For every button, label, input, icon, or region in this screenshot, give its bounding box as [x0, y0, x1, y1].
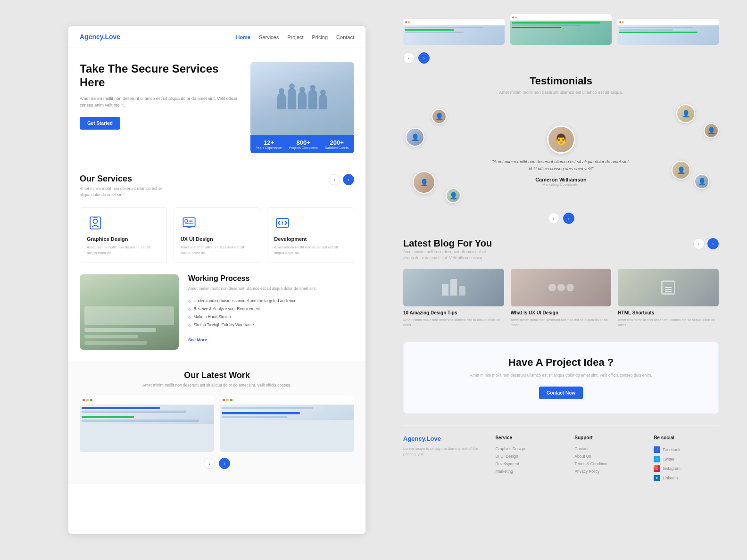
nav-link-contact[interactable]: Contact: [336, 34, 354, 40]
pagination: ‹ ›: [80, 452, 354, 475]
blog-card-2-desc: Amet minim mollit non deserunt ullamco e…: [511, 317, 612, 328]
blog-card-1: 10 Amazing Design Tips Amet minim mollit…: [403, 269, 504, 328]
hero-image-area: 12+ Years Experience 800+ Projects Compl…: [250, 62, 354, 153]
twitter-icon: t: [654, 456, 660, 462]
blog-card-1-title: 10 Amazing Design Tips: [403, 310, 504, 315]
footer-brand-description: Lorem ipsum is simply the dummy text of …: [403, 446, 481, 458]
footer-social-column: Be social f Facebook t Twitter ◎ Instagr…: [654, 435, 719, 483]
blog-section: Latest Blog For You Amet minim mollit no…: [403, 238, 719, 328]
footer-service-title: Service: [495, 435, 560, 440]
stats-bar: 12+ Years Experience 800+ Projects Compl…: [250, 135, 354, 153]
service-development-name: Development: [274, 236, 347, 242]
hero-image-inner: [250, 62, 354, 135]
float-avatar-3: 👤: [413, 171, 435, 194]
hero-left: Take The Secure Services Here Amet minim…: [80, 62, 241, 153]
nav-link-project[interactable]: Project: [287, 34, 303, 40]
footer-social-instagram[interactable]: ◎ Instagram: [654, 464, 719, 473]
linkedin-icon: in: [654, 475, 660, 481]
work-card-1: [80, 395, 214, 452]
work-card-1-body: [80, 405, 214, 424]
blog-card-3-title: HTML Shortcuts: [618, 310, 719, 315]
working-step-1: Understanding business model and the tar…: [188, 297, 354, 305]
stat-projects: 800+ Projects Completed: [289, 139, 318, 149]
portfolio-carousel: [403, 14, 719, 45]
hero-cta-button[interactable]: Get Started: [80, 117, 120, 130]
nav-link-home[interactable]: Home: [236, 34, 250, 40]
see-more-link[interactable]: See More →: [188, 338, 213, 342]
cta-button[interactable]: Contact Now: [539, 387, 583, 399]
port-card-1-inner: [403, 19, 505, 45]
stat-experience-number: 12+: [256, 139, 282, 146]
services-next-button[interactable]: ›: [343, 174, 354, 185]
work-line: [82, 407, 160, 409]
navbar: Agency.Love Home Services Project Pricin…: [68, 26, 365, 48]
float-avatar-4: 👤: [446, 188, 461, 203]
blog-image-1: [403, 269, 504, 306]
graphics-design-icon: [87, 214, 104, 231]
testimonials-title: Testimonials: [403, 75, 719, 87]
footer-link-contact[interactable]: Contact: [574, 445, 639, 453]
work-prev-button[interactable]: ‹: [204, 458, 215, 469]
blog-image-3: [618, 269, 719, 306]
stat-clients: 200+ Satisfied Clients: [325, 139, 349, 149]
latest-work-section: Our Latest Work Amet minim mollit non de…: [68, 361, 365, 485]
cta-section: Have A Project Idea ? Amet minim mollit …: [403, 342, 719, 414]
footer-link-privacy[interactable]: Privacy Policy: [574, 468, 639, 475]
nav-link-services[interactable]: Services: [259, 34, 279, 40]
testimonial-next-button[interactable]: ›: [563, 213, 574, 224]
work-next-button[interactable]: ›: [219, 458, 230, 469]
testimonials-description: Amet minim mollit non deserunt ullamco e…: [403, 90, 719, 95]
footer-link-uxui[interactable]: UI UI Design: [495, 453, 560, 460]
stat-projects-label: Projects Completed: [289, 146, 318, 149]
services-prev-button[interactable]: ‹: [329, 174, 340, 185]
services-header: Our Services Amet minim mollit non deser…: [80, 174, 354, 198]
work-grid: [80, 395, 354, 452]
blog-grid: 10 Amazing Design Tips Amet minim mollit…: [403, 269, 719, 328]
service-uxui-name: UX UI Design: [181, 236, 254, 242]
work-line: [82, 420, 199, 422]
footer-brand: Agency.Love Lorem ipsum is simply the du…: [403, 435, 481, 483]
footer-link-graphics[interactable]: Graphics Design: [495, 445, 560, 453]
port-card-3-inner: [617, 19, 719, 45]
footer-link-about[interactable]: About Us: [574, 453, 639, 460]
footer-link-terms[interactable]: Terms & Condition: [574, 460, 639, 468]
footer-link-development[interactable]: Development: [495, 460, 560, 468]
footer-support-links: Contact About Us Terms & Condition Priva…: [574, 445, 639, 475]
working-process-list: Understanding business model and the tar…: [188, 297, 354, 329]
working-step-4: Sketch To High Fidelity Wireframe: [188, 321, 354, 329]
working-process-image: [80, 274, 179, 350]
services-arrows: ‹ ›: [329, 174, 354, 185]
footer-social-twitter[interactable]: t Twitter: [654, 454, 719, 464]
svg-point-1: [93, 219, 98, 223]
testimonial-arrows: ‹ ›: [403, 213, 719, 224]
testimonial-quote: "Amet minim mollit non deserunt ullamco …: [490, 158, 632, 172]
blog-next-button[interactable]: ›: [707, 238, 719, 249]
blog-arrows: ‹ ›: [693, 238, 719, 249]
footer-social-linkedin[interactable]: in LinkedIn: [654, 473, 719, 483]
footer-social-facebook[interactable]: f Facebook: [654, 445, 719, 454]
stat-experience: 12+ Years Experience: [256, 139, 282, 149]
port-card-2: [510, 14, 612, 45]
blog-prev-button[interactable]: ‹: [693, 238, 705, 249]
port-card-3: [617, 19, 719, 45]
cta-description: Amet minim mollit non deserunt ullamco e…: [413, 372, 709, 379]
footer-link-marketing[interactable]: Marketing: [495, 468, 560, 475]
blog-title: Latest Blog For You: [403, 238, 492, 249]
person-4: [308, 90, 317, 109]
carousel-next-button[interactable]: ›: [418, 52, 430, 64]
carousel-prev-button[interactable]: ‹: [403, 52, 415, 64]
left-panel: Agency.Love Home Services Project Pricin…: [68, 26, 365, 534]
cta-title: Have A Project Idea ?: [413, 356, 709, 369]
blog-image-2-inner: [511, 269, 612, 306]
service-graphics-desc: Amet minim mollit non deserunt est sit a…: [87, 245, 160, 256]
blog-card-3-desc: Amet minim mollit non deserunt ullamco e…: [618, 317, 719, 328]
working-process-description: Amet minim mollit non deserunt ullamco e…: [188, 286, 354, 292]
hero-people: [277, 88, 327, 109]
nav-link-pricing[interactable]: Pricing: [312, 34, 328, 40]
services-grid: Graphics Design Amet minim mollit non de…: [80, 207, 354, 263]
footer-social-links: f Facebook t Twitter ◎ Instagram in Link…: [654, 445, 719, 483]
footer-support-column: Support Contact About Us Terms & Conditi…: [574, 435, 639, 483]
testimonial-prev-button[interactable]: ‹: [548, 213, 559, 224]
work-card-1-header: [80, 395, 214, 405]
testimonials-section: Testimonials Amet minim mollit non deser…: [403, 75, 719, 224]
